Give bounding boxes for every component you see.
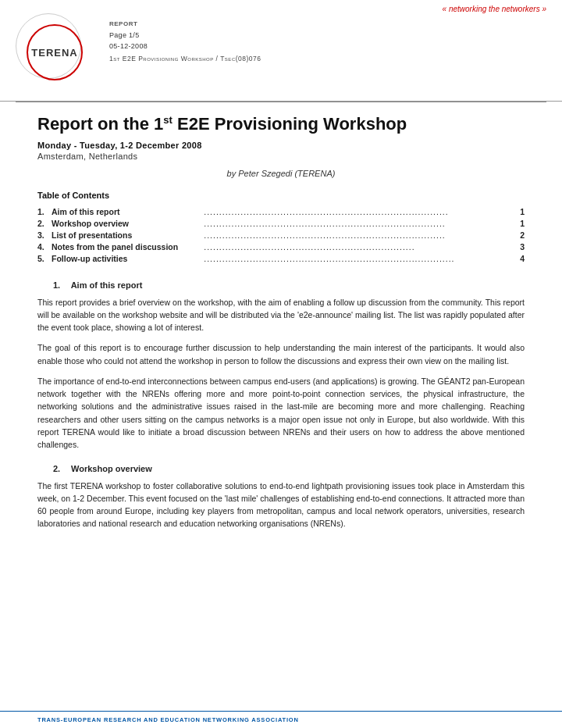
report-workshop: 1st E2E Provisioning Workshop / Tsec(08)… bbox=[109, 54, 539, 65]
header: TERENA REPORT Page 1/5 05-12-2008 1st E2… bbox=[0, 13, 562, 102]
footer-text: Trans-European Research and Education Ne… bbox=[37, 716, 299, 723]
footer: Trans-European Research and Education Ne… bbox=[0, 711, 562, 728]
toc-row: 5. Follow-up activities ................… bbox=[37, 253, 525, 265]
doc-title: Report on the 1st E2E Provisioning Works… bbox=[37, 113, 525, 136]
toc-item-label: Follow-up activities bbox=[52, 253, 204, 265]
toc-item-dots: ........................................… bbox=[204, 253, 506, 265]
toc-item-label: List of presentations bbox=[52, 230, 204, 241]
toc-item-num: 3. bbox=[37, 230, 52, 241]
toc-item-num: 2. bbox=[37, 218, 52, 230]
toc-heading: Table of Contents bbox=[37, 191, 525, 200]
report-meta: REPORT Page 1/5 05-12-2008 1st E2E Provi… bbox=[101, 13, 546, 70]
toc-item-dots: ........................................… bbox=[204, 241, 506, 253]
report-label: REPORT bbox=[109, 20, 539, 30]
tagline: « networking the networkers » bbox=[443, 5, 546, 13]
toc-item-dots: ........................................… bbox=[204, 206, 506, 218]
toc-row: 2. Workshop overview ...................… bbox=[37, 218, 525, 230]
logo-circle: TERENA bbox=[27, 24, 83, 80]
toc-item-label: Aim of this report bbox=[52, 206, 204, 218]
toc-item-page: 3 bbox=[506, 241, 525, 253]
doc-author: by Peter Szegedi (TERENA) bbox=[37, 169, 525, 178]
section-2: 2. Workshop overview The first TERENA wo… bbox=[37, 464, 525, 530]
report-page: Page 1/5 bbox=[109, 30, 539, 41]
top-banner: « networking the networkers » bbox=[0, 0, 562, 13]
logo-area: TERENA bbox=[16, 13, 101, 93]
toc-item-page: 2 bbox=[506, 230, 525, 241]
toc-table: 1. Aim of this report ..................… bbox=[37, 206, 525, 265]
toc-item-num: 4. bbox=[37, 241, 52, 253]
section-1-heading: 1. Aim of this report bbox=[37, 280, 525, 290]
toc-row: 3. List of presentations ...............… bbox=[37, 230, 525, 241]
main-content: Report on the 1st E2E Provisioning Works… bbox=[0, 102, 562, 551]
section-1-para-2: The goal of this report is to encourage … bbox=[37, 341, 525, 367]
doc-subtitle: Monday - Tuesday, 1-2 December 2008 bbox=[37, 141, 525, 150]
toc-item-label: Notes from the panel discussion bbox=[52, 241, 204, 253]
section-1-para-3: The importance of end-to-end interconnec… bbox=[37, 375, 525, 451]
section-2-para-1: The first TERENA workshop to foster coll… bbox=[37, 480, 525, 530]
toc-row: 1. Aim of this report ..................… bbox=[37, 206, 525, 218]
toc-item-num: 1. bbox=[37, 206, 52, 218]
logo-text: TERENA bbox=[31, 47, 77, 59]
doc-location: Amsterdam, Netherlands bbox=[37, 152, 525, 161]
toc-item-page: 4 bbox=[506, 253, 525, 265]
toc-item-dots: ........................................… bbox=[204, 230, 506, 241]
section-1: 1. Aim of this report This report provid… bbox=[37, 280, 525, 451]
report-date: 05-12-2008 bbox=[109, 41, 539, 52]
toc-item-page: 1 bbox=[506, 206, 525, 218]
toc-row: 4. Notes from the panel discussion .....… bbox=[37, 241, 525, 253]
toc-item-page: 1 bbox=[506, 218, 525, 230]
toc-item-label: Workshop overview bbox=[52, 218, 204, 230]
section-1-para-1: This report provides a brief overview on… bbox=[37, 296, 525, 334]
toc-item-dots: ........................................… bbox=[204, 218, 506, 230]
section-2-heading: 2. Workshop overview bbox=[37, 464, 525, 473]
toc-item-num: 5. bbox=[37, 253, 52, 265]
